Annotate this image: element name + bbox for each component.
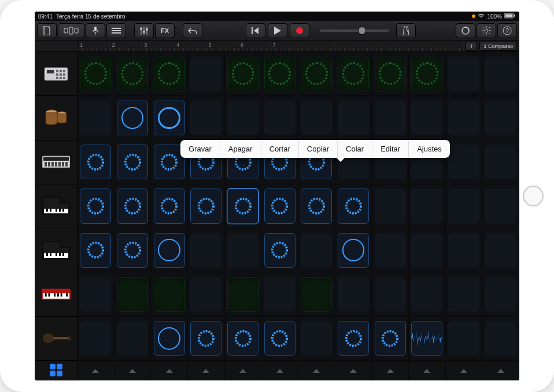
ruler-bar-10[interactable] — [367, 40, 400, 51]
grid-cell-6-2[interactable] — [151, 317, 188, 360]
grid-cell-1-9[interactable] — [409, 96, 446, 139]
record-button[interactable] — [290, 23, 309, 38]
grid-cell-4-1[interactable] — [115, 228, 152, 272]
grid-cell-5-2[interactable] — [151, 272, 188, 316]
ruler-bar-11[interactable] — [399, 40, 431, 51]
grid-cell-1-2[interactable] — [151, 96, 188, 139]
grid-cell-6-3[interactable] — [188, 317, 225, 360]
grid-cell-5-11[interactable] — [482, 272, 519, 316]
grid-cell-4-9[interactable] — [409, 228, 446, 272]
grid-cell-3-9[interactable] — [409, 184, 446, 228]
grid-cell-3-4[interactable] — [225, 184, 262, 228]
ruler-bar-1[interactable]: 1 — [77, 40, 110, 51]
column-trigger-1[interactable] — [115, 361, 152, 380]
grid-cell-4-0[interactable] — [77, 228, 115, 272]
bars-display[interactable]: 1 Compasso — [479, 42, 517, 51]
grid-cell-3-8[interactable] — [372, 184, 409, 228]
loops-view-button[interactable] — [35, 361, 77, 380]
grid-cell-0-3[interactable] — [188, 52, 225, 95]
grid-cell-4-5[interactable] — [261, 228, 298, 272]
volume-thumb[interactable] — [358, 27, 366, 35]
grid-cell-5-10[interactable] — [446, 272, 483, 316]
grid-cell-1-3[interactable] — [188, 96, 225, 139]
column-trigger-4[interactable] — [225, 361, 262, 380]
ruler-bar-4[interactable]: 4 — [174, 40, 206, 51]
ruler-bar-12[interactable] — [431, 40, 464, 51]
grid-cell-3-1[interactable] — [115, 184, 152, 228]
grid-cell-3-5[interactable] — [261, 184, 298, 228]
column-trigger-11[interactable] — [482, 361, 519, 380]
grid-cell-2-10[interactable] — [446, 140, 483, 184]
grid-cell-0-1[interactable] — [115, 52, 152, 95]
grid-cell-5-4[interactable] — [225, 272, 262, 316]
grid-cell-4-4[interactable] — [225, 228, 262, 272]
fx-button[interactable]: FX — [155, 23, 175, 38]
grid-cell-4-11[interactable] — [482, 228, 519, 272]
track-header-bass[interactable] — [35, 317, 77, 361]
track-header-keyboard[interactable] — [35, 272, 77, 316]
ruler-bar-6[interactable]: 6 — [238, 40, 271, 51]
grid-cell-0-10[interactable] — [446, 52, 483, 95]
grid-cell-1-8[interactable] — [372, 96, 409, 139]
grid-cell-6-10[interactable] — [446, 317, 483, 360]
grid-cell-1-7[interactable] — [335, 96, 372, 139]
grid-cell-4-3[interactable] — [188, 228, 225, 272]
browser-button[interactable] — [58, 23, 84, 38]
column-trigger-6[interactable] — [298, 361, 335, 380]
grid-cell-6-11[interactable] — [482, 317, 519, 360]
column-trigger-9[interactable] — [409, 361, 446, 380]
grid-cell-6-5[interactable] — [261, 317, 298, 360]
grid-cell-4-10[interactable] — [446, 228, 483, 272]
track-header-percussion[interactable] — [35, 96, 77, 140]
track-list-button[interactable] — [106, 23, 126, 38]
help-button[interactable]: ? — [497, 23, 517, 38]
grid-cell-5-1[interactable] — [115, 272, 152, 316]
grid-cell-4-7[interactable] — [335, 228, 372, 272]
grid-cell-3-10[interactable] — [446, 184, 483, 228]
grid-cell-1-4[interactable] — [225, 96, 262, 139]
grid-cell-1-1[interactable] — [115, 96, 152, 139]
grid-cell-3-3[interactable] — [188, 184, 225, 228]
play-button[interactable] — [268, 23, 287, 38]
grid-cell-5-5[interactable] — [261, 272, 298, 316]
grid-cell-0-4[interactable] — [225, 52, 262, 95]
my-songs-button[interactable] — [37, 23, 57, 38]
grid-cell-4-8[interactable] — [372, 228, 409, 272]
ruler-bar-3[interactable]: 3 — [142, 40, 174, 51]
column-trigger-7[interactable] — [335, 361, 372, 380]
grid-cell-4-2[interactable] — [151, 228, 188, 272]
grid-cell-3-0[interactable] — [77, 184, 115, 228]
ruler-bar-2[interactable]: 2 — [110, 40, 142, 51]
grid-cell-5-8[interactable] — [372, 272, 409, 316]
timeline-ruler[interactable]: 1234567 + 1 Compasso — [35, 40, 519, 52]
grid-cell-1-0[interactable] — [77, 96, 115, 139]
metronome-button[interactable] — [396, 23, 416, 38]
grid-cell-0-0[interactable] — [77, 52, 115, 95]
grid-cell-6-6[interactable] — [298, 317, 335, 360]
loop-browser-button[interactable] — [456, 23, 475, 38]
grid-cell-6-8[interactable] — [372, 317, 409, 360]
grid-cell-6-9[interactable] — [409, 317, 446, 360]
grid-cell-2-0[interactable] — [77, 140, 115, 184]
grid-cell-6-0[interactable] — [77, 317, 115, 360]
grid-cell-3-2[interactable] — [151, 184, 188, 228]
mic-button[interactable] — [86, 23, 105, 38]
context-menu-cortar[interactable]: Cortar — [261, 140, 298, 158]
grid-cell-0-7[interactable] — [335, 52, 372, 95]
grid-cell-5-9[interactable] — [409, 272, 446, 316]
mixer-button[interactable] — [134, 23, 154, 38]
grid-cell-4-6[interactable] — [298, 228, 335, 272]
grid-cell-0-11[interactable] — [482, 52, 519, 95]
volume-slider[interactable] — [320, 29, 389, 32]
grid-cell-0-9[interactable] — [409, 52, 446, 95]
track-header-piano-1[interactable] — [35, 184, 77, 228]
track-header-synth[interactable] — [35, 140, 77, 184]
ruler-bar-9[interactable] — [335, 40, 367, 51]
grid-cell-6-4[interactable] — [225, 317, 262, 360]
context-menu-copiar[interactable]: Copiar — [298, 140, 337, 158]
context-menu-editar[interactable]: Editar — [372, 140, 408, 158]
undo-button[interactable] — [183, 23, 202, 38]
grid-cell-0-5[interactable] — [261, 52, 298, 95]
ruler-bar-7[interactable]: 7 — [271, 40, 303, 51]
add-section-button[interactable]: + — [466, 42, 477, 51]
